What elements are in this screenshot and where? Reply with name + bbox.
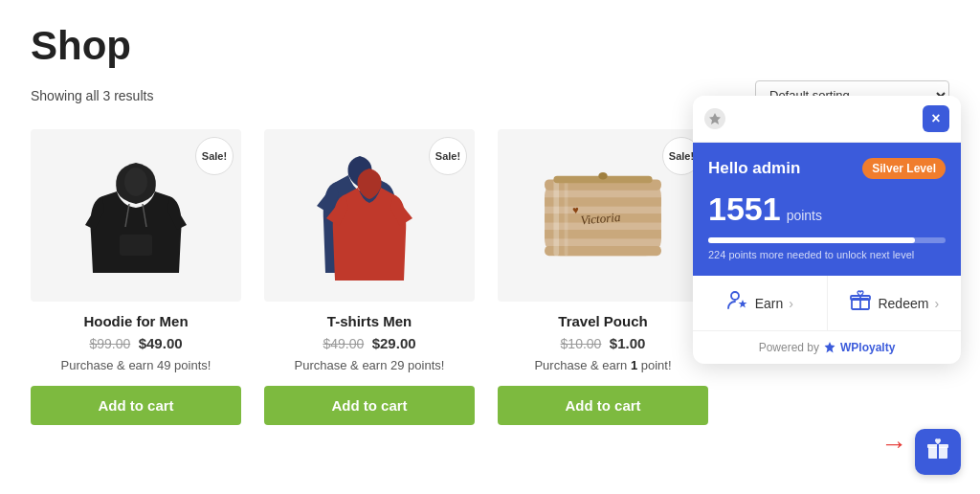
points-next-level-text: 224 points more needed to unlock next le… bbox=[708, 249, 946, 260]
widget-close-button[interactable]: × bbox=[923, 105, 949, 132]
svg-rect-11 bbox=[565, 180, 568, 257]
redeem-action-inner: Redeem › bbox=[849, 289, 939, 317]
product-name-hoodie: Hoodie for Men bbox=[31, 313, 241, 329]
redeem-label: Redeem bbox=[878, 296, 928, 311]
product-price-hoodie: $99.00 $49.00 bbox=[31, 335, 241, 352]
points-progress-fill bbox=[708, 237, 915, 243]
earn-svg-icon bbox=[726, 289, 749, 312]
earn-action-inner: Earn › bbox=[726, 289, 793, 317]
price-old-hoodie: $99.00 bbox=[89, 336, 130, 351]
svg-rect-1 bbox=[120, 235, 152, 256]
earn-label: Earn bbox=[755, 296, 784, 311]
pouch-icon: Victoria ♥ bbox=[531, 158, 675, 273]
price-old-tshirts: $49.00 bbox=[323, 336, 364, 351]
svg-marker-18 bbox=[738, 300, 746, 308]
widget-footer: Powered by WPloyalty bbox=[693, 331, 961, 364]
sale-badge-tshirts: Sale! bbox=[429, 137, 467, 175]
gift-icon bbox=[925, 437, 950, 467]
earn-chevron-icon: › bbox=[789, 296, 793, 311]
redeem-svg-icon bbox=[849, 289, 872, 312]
widget-hero-top: Hello admin Silver Level bbox=[708, 158, 946, 179]
powered-by-text: Powered by bbox=[759, 341, 819, 354]
svg-point-13 bbox=[598, 172, 607, 180]
logo-icon bbox=[708, 112, 722, 125]
svg-rect-10 bbox=[553, 180, 559, 257]
redeem-icon bbox=[849, 289, 872, 317]
wployalty-footer-icon bbox=[823, 341, 836, 354]
redeem-action[interactable]: Redeem › bbox=[828, 276, 962, 330]
widget-points-row: 1551 points bbox=[708, 191, 946, 228]
product-name-pouch: Travel Pouch bbox=[498, 313, 708, 329]
add-to-cart-hoodie[interactable]: Add to cart bbox=[31, 386, 241, 425]
points-label: points bbox=[787, 208, 822, 223]
red-arrow-indicator: → bbox=[880, 429, 907, 460]
svg-point-0 bbox=[124, 168, 147, 196]
product-image-hoodie: Sale! bbox=[31, 129, 241, 302]
product-card-pouch: Sale! Victoria ♥ bbox=[498, 129, 708, 425]
page-title: Shop bbox=[31, 23, 949, 69]
earn-icon bbox=[726, 289, 749, 317]
svg-rect-8 bbox=[545, 230, 661, 238]
svg-marker-22 bbox=[825, 342, 835, 353]
product-price-tshirts: $49.00 $29.00 bbox=[264, 335, 475, 352]
svg-marker-16 bbox=[709, 113, 721, 124]
add-to-cart-tshirts[interactable]: Add to cart bbox=[264, 386, 475, 425]
svg-point-17 bbox=[731, 292, 739, 300]
earn-text-tshirts: Purchase & earn 29 points! bbox=[264, 358, 475, 372]
points-number: 1551 bbox=[708, 191, 781, 228]
widget-greeting: Hello admin bbox=[708, 159, 800, 178]
svg-rect-9 bbox=[545, 246, 661, 256]
results-count: Showing all 3 results bbox=[31, 88, 153, 103]
sale-badge-hoodie: Sale! bbox=[195, 137, 234, 175]
product-card-hoodie: Sale! Hoodie for Men $99 bbox=[31, 129, 241, 425]
wployalty-logo-icon bbox=[704, 108, 725, 129]
product-price-pouch: $10.00 $1.00 bbox=[498, 335, 708, 352]
hoodie-icon bbox=[83, 148, 189, 282]
wployalty-brand: WPloyalty bbox=[840, 341, 895, 354]
price-new-hoodie: $49.00 bbox=[139, 335, 183, 351]
wployalty-widget: × Hello admin Silver Level 1551 points 2… bbox=[693, 96, 961, 364]
svg-text:♥: ♥ bbox=[572, 204, 580, 216]
widget-hero: Hello admin Silver Level 1551 points 224… bbox=[693, 143, 961, 276]
earn-action[interactable]: Earn › bbox=[693, 276, 828, 330]
add-to-cart-pouch[interactable]: Add to cart bbox=[498, 386, 708, 425]
widget-actions: Earn › Redeem › bbox=[693, 276, 961, 331]
earn-text-hoodie: Purchase & earn 49 points! bbox=[31, 358, 241, 372]
product-image-tshirts: Sale! bbox=[264, 129, 475, 302]
earn-text-pouch: Purchase & earn 1 point! bbox=[498, 358, 708, 372]
points-progress-bar bbox=[708, 237, 946, 243]
product-card-tshirts: Sale! T-shirts Men bbox=[264, 129, 475, 425]
widget-topbar: × bbox=[693, 96, 961, 143]
floating-gift-button[interactable] bbox=[915, 429, 961, 475]
tshirts-icon bbox=[302, 144, 436, 287]
redeem-chevron-icon: › bbox=[934, 296, 939, 311]
gift-svg-icon bbox=[925, 437, 950, 461]
price-new-pouch: $1.00 bbox=[610, 335, 646, 351]
price-new-tshirts: $29.00 bbox=[372, 335, 416, 351]
svg-rect-6 bbox=[545, 197, 661, 206]
product-image-pouch: Sale! Victoria ♥ bbox=[498, 129, 708, 302]
silver-level-badge: Silver Level bbox=[862, 158, 946, 179]
product-name-tshirts: T-shirts Men bbox=[264, 313, 475, 329]
price-old-pouch: $10.00 bbox=[561, 336, 602, 351]
